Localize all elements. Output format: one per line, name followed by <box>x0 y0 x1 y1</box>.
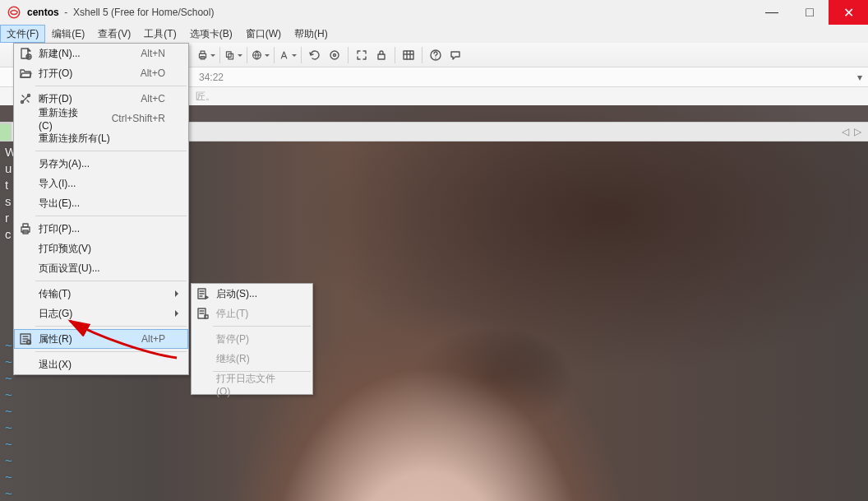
tab-scroll-left-icon[interactable]: ◁ <box>842 126 849 137</box>
menu-item-shortcut: Alt+C <box>121 93 165 104</box>
file-menu-item[interactable]: 日志(G) <box>14 304 188 323</box>
session-name: centos <box>27 7 59 18</box>
menu-file[interactable]: 文件(F) <box>0 25 45 43</box>
menu-item-label: 断开(D) <box>39 92 72 106</box>
menu-item-label: 继续(R) <box>216 352 250 366</box>
file-menu-item[interactable]: 重新连接所有(L) <box>14 128 188 148</box>
blank-icon <box>17 240 34 257</box>
menu-separator <box>16 281 187 281</box>
blank-icon <box>17 195 34 211</box>
toolbar-print-icon[interactable] <box>197 46 215 64</box>
menu-tools[interactable]: 工具(T) <box>137 25 182 43</box>
print-icon <box>17 220 34 237</box>
file-menu-item[interactable]: 另存为(A)... <box>14 154 188 174</box>
menu-item-label: 打开日志文件(O) <box>216 372 289 397</box>
menu-item-label: 日志(G) <box>39 307 72 321</box>
toolbar-fullscreen-icon[interactable] <box>353 46 371 64</box>
log-submenu-item[interactable]: 启动(S)... <box>192 284 312 304</box>
menu-item-label: 新建(N)... <box>39 47 81 61</box>
log-submenu-item: 打开日志文件(O) <box>192 374 312 394</box>
blank-icon <box>17 175 34 192</box>
svg-rect-2 <box>201 51 205 53</box>
file-menu-item[interactable]: 退出(X) <box>14 355 188 374</box>
svg-point-8 <box>334 53 336 56</box>
file-menu-item[interactable]: 导入(I)... <box>14 174 188 193</box>
toolbar-sep <box>422 47 422 63</box>
log-submenu-item: 暂停(P) <box>192 329 312 349</box>
toolbar-font-icon[interactable] <box>279 46 297 64</box>
close-button[interactable]: ✕ <box>829 0 868 25</box>
menu-item-label: 停止(T) <box>216 307 248 321</box>
file-menu-item[interactable]: 导出(E)... <box>14 193 188 213</box>
log-submenu-item: 继续(R) <box>192 349 312 369</box>
properties-icon <box>17 331 34 347</box>
svg-point-7 <box>330 51 339 59</box>
menu-item-label: 传输(T) <box>39 287 71 301</box>
disconnect-icon <box>17 90 34 107</box>
tab-scroll-right-icon[interactable]: ▷ <box>854 126 861 137</box>
file-menu-item[interactable]: 属性(R)Alt+P <box>14 329 188 349</box>
window-controls: — □ ✕ <box>753 0 868 25</box>
toolbar-grid-icon[interactable] <box>399 46 418 64</box>
maximize-button[interactable]: □ <box>791 0 829 25</box>
toolbar-chat-icon[interactable] <box>446 46 464 64</box>
toolbar-copy-icon[interactable] <box>224 46 242 64</box>
menu-separator <box>16 86 187 86</box>
menu-item-label: 页面设置(U)... <box>39 262 100 276</box>
menu-bar: 文件(F) 编辑(E) 查看(V) 工具(T) 选项卡(B) 窗口(W) 帮助(… <box>0 25 868 43</box>
file-menu-item[interactable]: 打开(O)Alt+O <box>14 63 188 83</box>
menu-item-shortcut: Alt+N <box>121 48 165 59</box>
open-file-icon <box>17 65 34 81</box>
menu-edit[interactable]: 编辑(E) <box>45 25 91 43</box>
toolbar-help-icon[interactable] <box>427 46 445 64</box>
addressbar-dropdown-icon[interactable]: ▾ <box>852 72 868 83</box>
svg-point-0 <box>8 7 20 18</box>
menu-item-label: 打开(O) <box>39 67 72 81</box>
blank-icon <box>17 356 34 373</box>
new-file-icon <box>17 45 34 62</box>
svg-rect-23 <box>205 315 208 318</box>
blank-icon <box>17 305 34 322</box>
toolbar-target-icon[interactable] <box>326 46 344 64</box>
start-log-icon <box>195 285 211 302</box>
svg-rect-17 <box>23 224 28 227</box>
time-fragment: 34:22 <box>199 72 224 83</box>
app-icon <box>7 5 21 20</box>
toolbar-sep <box>247 47 247 63</box>
blank-icon <box>195 331 211 347</box>
menu-item-label: 另存为(A)... <box>39 157 90 171</box>
menu-item-shortcut: Ctrl+Shift+R <box>92 113 165 124</box>
menu-item-label: 打印预览(V) <box>39 242 91 256</box>
menu-tabs[interactable]: 选项卡(B) <box>183 25 239 43</box>
minimize-button[interactable]: — <box>753 0 791 25</box>
app-name: Xshell 5 (Free for Home/School) <box>73 7 214 18</box>
menu-item-label: 导出(E)... <box>39 197 80 211</box>
menu-help[interactable]: 帮助(H) <box>288 25 335 43</box>
tab-scroll: ◁ ▷ <box>842 126 868 137</box>
stop-log-icon <box>195 305 211 322</box>
menu-item-label: 启动(S)... <box>216 287 257 301</box>
svg-rect-10 <box>404 51 413 59</box>
toolbar-sep <box>301 47 302 63</box>
file-menu-item[interactable]: 重新连接(C)Ctrl+Shift+R <box>14 109 188 128</box>
toolbar-lock-icon[interactable] <box>372 46 390 64</box>
menu-separator <box>16 216 187 216</box>
window-title: centos - Xshell 5 (Free for Home/School) <box>27 7 214 18</box>
menu-window[interactable]: 窗口(W) <box>239 25 288 43</box>
menu-item-label: 打印(P)... <box>39 222 80 236</box>
file-menu-item[interactable]: 页面设置(U)... <box>14 258 188 278</box>
toolbar-sep <box>219 47 220 63</box>
menu-separator <box>16 151 187 151</box>
toolbar-refresh-icon[interactable] <box>306 46 324 64</box>
file-menu-item[interactable]: 传输(T) <box>14 284 188 304</box>
file-menu-item[interactable]: 打印预览(V) <box>14 239 188 258</box>
menu-view[interactable]: 查看(V) <box>91 25 137 43</box>
menu-item-label: 重新连接所有(L) <box>39 132 110 146</box>
blank-icon <box>195 350 211 367</box>
file-menu-item[interactable]: 新建(N)...Alt+N <box>14 44 188 63</box>
toolbar-globe-icon[interactable] <box>252 46 270 64</box>
file-menu-item[interactable]: 打印(P)... <box>14 219 188 239</box>
menu-item-label: 重新连接(C) <box>39 106 92 132</box>
toolbar-sep <box>348 47 349 63</box>
menu-item-label: 暂停(P) <box>216 332 249 346</box>
